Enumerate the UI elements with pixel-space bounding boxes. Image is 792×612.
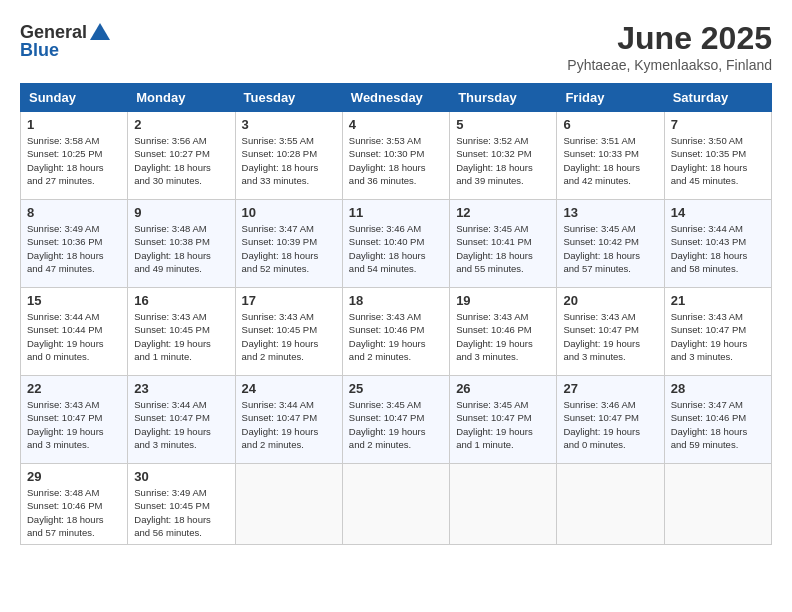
calendar-row-week2: 8 Sunrise: 3:49 AM Sunset: 10:36 PM Dayl… — [21, 200, 772, 288]
calendar-row-week1: 1 Sunrise: 3:58 AM Sunset: 10:25 PM Dayl… — [21, 112, 772, 200]
col-monday: Monday — [128, 84, 235, 112]
day-11: 11 Sunrise: 3:46 AM Sunset: 10:40 PM Day… — [342, 200, 449, 288]
col-sunday: Sunday — [21, 84, 128, 112]
day-14: 14 Sunrise: 3:44 AM Sunset: 10:43 PM Day… — [664, 200, 771, 288]
day-23: 23 Sunrise: 3:44 AM Sunset: 10:47 PM Day… — [128, 376, 235, 464]
day-29: 29 Sunrise: 3:48 AM Sunset: 10:46 PM Day… — [21, 464, 128, 545]
day-10: 10 Sunrise: 3:47 AM Sunset: 10:39 PM Day… — [235, 200, 342, 288]
month-year: June 2025 — [567, 20, 772, 57]
day-30: 30 Sunrise: 3:49 AM Sunset: 10:45 PM Day… — [128, 464, 235, 545]
day-21: 21 Sunrise: 3:43 AM Sunset: 10:47 PM Day… — [664, 288, 771, 376]
logo: General Blue — [20, 20, 113, 61]
day-13: 13 Sunrise: 3:45 AM Sunset: 10:42 PM Day… — [557, 200, 664, 288]
empty-cell-2 — [342, 464, 449, 545]
calendar-header-row: Sunday Monday Tuesday Wednesday Thursday… — [21, 84, 772, 112]
day-2: 2 Sunrise: 3:56 AM Sunset: 10:27 PM Dayl… — [128, 112, 235, 200]
day-20: 20 Sunrise: 3:43 AM Sunset: 10:47 PM Day… — [557, 288, 664, 376]
svg-marker-0 — [90, 23, 110, 40]
empty-cell-3 — [450, 464, 557, 545]
day-15: 15 Sunrise: 3:44 AM Sunset: 10:44 PM Day… — [21, 288, 128, 376]
empty-cell-1 — [235, 464, 342, 545]
day-7: 7 Sunrise: 3:50 AM Sunset: 10:35 PM Dayl… — [664, 112, 771, 200]
empty-cell-5 — [664, 464, 771, 545]
col-saturday: Saturday — [664, 84, 771, 112]
day-1: 1 Sunrise: 3:58 AM Sunset: 10:25 PM Dayl… — [21, 112, 128, 200]
day-19: 19 Sunrise: 3:43 AM Sunset: 10:46 PM Day… — [450, 288, 557, 376]
day-6: 6 Sunrise: 3:51 AM Sunset: 10:33 PM Dayl… — [557, 112, 664, 200]
day-28: 28 Sunrise: 3:47 AM Sunset: 10:46 PM Day… — [664, 376, 771, 464]
col-wednesday: Wednesday — [342, 84, 449, 112]
empty-cell-4 — [557, 464, 664, 545]
title-block: June 2025 Pyhtaeae, Kymenlaakso, Finland — [567, 20, 772, 73]
day-9: 9 Sunrise: 3:48 AM Sunset: 10:38 PM Dayl… — [128, 200, 235, 288]
col-thursday: Thursday — [450, 84, 557, 112]
col-friday: Friday — [557, 84, 664, 112]
day-4: 4 Sunrise: 3:53 AM Sunset: 10:30 PM Dayl… — [342, 112, 449, 200]
calendar-row-week4: 22 Sunrise: 3:43 AM Sunset: 10:47 PM Day… — [21, 376, 772, 464]
day-27: 27 Sunrise: 3:46 AM Sunset: 10:47 PM Day… — [557, 376, 664, 464]
day-17: 17 Sunrise: 3:43 AM Sunset: 10:45 PM Day… — [235, 288, 342, 376]
logo-icon — [88, 20, 112, 44]
day-18: 18 Sunrise: 3:43 AM Sunset: 10:46 PM Day… — [342, 288, 449, 376]
day-16: 16 Sunrise: 3:43 AM Sunset: 10:45 PM Day… — [128, 288, 235, 376]
day-5: 5 Sunrise: 3:52 AM Sunset: 10:32 PM Dayl… — [450, 112, 557, 200]
day-24: 24 Sunrise: 3:44 AM Sunset: 10:47 PM Day… — [235, 376, 342, 464]
location: Pyhtaeae, Kymenlaakso, Finland — [567, 57, 772, 73]
day-8: 8 Sunrise: 3:49 AM Sunset: 10:36 PM Dayl… — [21, 200, 128, 288]
day-26: 26 Sunrise: 3:45 AM Sunset: 10:47 PM Day… — [450, 376, 557, 464]
calendar-row-week3: 15 Sunrise: 3:44 AM Sunset: 10:44 PM Day… — [21, 288, 772, 376]
day-12: 12 Sunrise: 3:45 AM Sunset: 10:41 PM Day… — [450, 200, 557, 288]
page-header: General Blue June 2025 Pyhtaeae, Kymenla… — [20, 20, 772, 73]
col-tuesday: Tuesday — [235, 84, 342, 112]
day-25: 25 Sunrise: 3:45 AM Sunset: 10:47 PM Day… — [342, 376, 449, 464]
calendar-row-week5: 29 Sunrise: 3:48 AM Sunset: 10:46 PM Day… — [21, 464, 772, 545]
calendar-table: Sunday Monday Tuesday Wednesday Thursday… — [20, 83, 772, 545]
day-22: 22 Sunrise: 3:43 AM Sunset: 10:47 PM Day… — [21, 376, 128, 464]
day-3: 3 Sunrise: 3:55 AM Sunset: 10:28 PM Dayl… — [235, 112, 342, 200]
